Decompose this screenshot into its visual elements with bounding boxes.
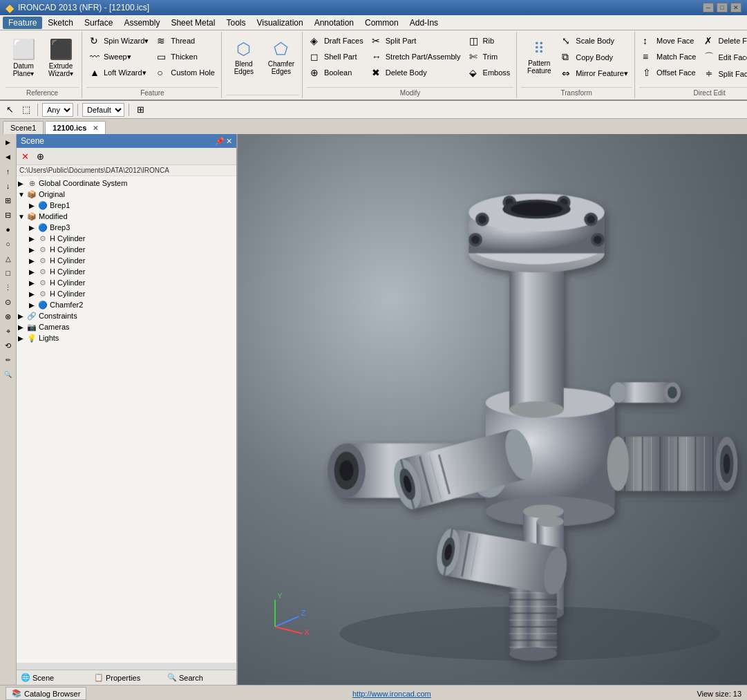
blend-edges-button[interactable]: ⬡ BlendEdges [226,33,262,82]
menu-tools[interactable]: Tools [220,17,251,29]
tree-expander[interactable]: ▶ [29,246,37,254]
tree-expander[interactable]: ▶ [18,180,26,187]
side-tool-16[interactable]: ✏ [1,353,15,367]
properties-tab-button[interactable]: 📋 Properties [90,670,163,685]
scene-add-button[interactable]: ⊕ [33,149,47,163]
side-tool-2[interactable]: ◀ [1,150,15,164]
delete-body-button[interactable]: ✖ Delete Body [368,65,464,80]
tab-12100-close[interactable]: ✕ [93,124,98,132]
emboss-button[interactable]: ⬙ Emboss [466,65,514,80]
thicken-button[interactable]: ▭ Thicken [153,49,218,64]
select-type-dropdown[interactable]: Any [42,103,73,117]
shell-part-button[interactable]: ◻ Shell Part [307,49,367,64]
scene-delete-button[interactable]: ✕ [18,149,32,163]
match-face-button[interactable]: ≡ Match Face [639,49,699,64]
pointer-tool[interactable]: ↖ [3,103,17,117]
tree-expander[interactable]: ▶ [29,257,37,265]
viewport[interactable]: Z X Y [238,134,747,685]
tree-item[interactable]: ▶🔵Chamfer2 [18,299,235,310]
thread-button[interactable]: ≋ Thread [153,33,218,48]
tree-item[interactable]: ▼📦Original [18,189,235,200]
tree-expander[interactable]: ▼ [18,191,26,198]
tree-item[interactable]: ▶⚙H Cylinder [18,255,235,266]
maximize-button[interactable]: □ [717,3,728,12]
menu-assembly[interactable]: Assembly [118,17,165,29]
side-tool-1[interactable]: ▶ [1,135,15,149]
side-tool-13[interactable]: ⊗ [1,310,15,323]
custom-hole-button[interactable]: ○ Custom Hole [153,65,218,80]
mirror-feature-button[interactable]: ⇔ Mirror Feature▾ [558,66,632,81]
side-tool-3[interactable]: ↑ [1,164,15,178]
menu-feature[interactable]: Feature [3,17,42,29]
side-tool-15[interactable]: ⟲ [1,339,15,352]
side-tool-12[interactable]: ⊙ [1,295,15,309]
tree-expander[interactable]: ▶ [29,268,37,276]
tree-item[interactable]: ▶⊕Global Coordinate System [18,178,235,189]
tree-expander[interactable]: ▶ [29,290,37,298]
tree-item[interactable]: ▶⚙H Cylinder [18,244,235,255]
tree-expander[interactable]: ▶ [18,312,26,320]
ironcad-url[interactable]: http://www.ironcad.com [352,690,431,698]
sweep-button[interactable]: 〰 Sweep▾ [86,49,152,64]
split-part-button[interactable]: ✂ Split Part [368,33,464,48]
menu-sheet-metal[interactable]: Sheet Metal [165,17,220,29]
side-tool-5[interactable]: ⊞ [1,193,15,207]
side-tool-8[interactable]: ○ [1,237,15,251]
chamfer-edges-button[interactable]: ⬠ ChamferEdges [263,33,299,82]
select-mode-dropdown[interactable]: Default [82,103,124,117]
side-tool-11[interactable]: ⋮ [1,281,15,294]
close-button[interactable]: ✕ [730,3,741,12]
minimize-button[interactable]: ─ [703,3,714,12]
rib-button[interactable]: ◫ Rib [466,33,514,48]
stretch-button[interactable]: ↔ Stretch Part/Assembly [368,49,464,64]
boolean-button[interactable]: ⊕ Boolean [307,65,367,80]
tree-expander[interactable]: ▶ [29,224,37,231]
menu-common[interactable]: Common [359,17,404,29]
split-faces-button[interactable]: ⫩ Split Faces [701,66,747,82]
tab-12100[interactable]: 12100.ics ✕ [45,121,106,134]
tree-item[interactable]: ▶⚙H Cylinder [18,266,235,277]
tree-item[interactable]: ▶⚙H Cylinder [18,288,235,299]
side-tool-17[interactable]: 🔍 [1,368,15,381]
side-tool-10[interactable]: □ [1,266,15,280]
menu-surface[interactable]: Surface [79,17,118,29]
scene-tree[interactable]: ▶⊕Global Coordinate System▼📦Original▶🔵Br… [17,176,236,663]
draft-faces-button[interactable]: ◈ Draft Faces [307,33,367,48]
tree-item[interactable]: ▶💡Lights [18,332,235,343]
tree-item[interactable]: ▶🔵Brep1 [18,200,235,211]
side-tool-4[interactable]: ↓ [1,179,15,193]
side-tool-14[interactable]: ⌖ [1,324,15,338]
scene-horizontal-scrollbar[interactable] [17,663,236,670]
titlebar-controls[interactable]: ─ □ ✕ [703,3,741,12]
tree-expander[interactable]: ▶ [18,323,26,331]
config-button[interactable]: ⊞ [133,103,147,117]
side-tool-9[interactable]: △ [1,252,15,265]
scene-close-button[interactable]: ✕ [226,137,232,146]
side-tool-7[interactable]: ● [1,223,15,236]
tree-item[interactable]: ▼📦Modified [18,211,235,222]
tree-expander[interactable]: ▶ [18,334,26,342]
tree-expander[interactable]: ▶ [29,279,37,287]
catalog-browser-button[interactable]: 📚 Catalog Browser [6,687,86,700]
trim-button[interactable]: ✄ Trim [466,49,514,64]
datum-plane-button[interactable]: ⬜ DatumPlane▾ [6,33,41,82]
spin-wizard-button[interactable]: ↻ Spin Wizard▾ [86,33,152,48]
move-face-button[interactable]: ↕ Move Face [639,33,699,48]
tree-item[interactable]: ▶🔵Brep3 [18,222,235,233]
tree-item[interactable]: ▶⚙H Cylinder [18,277,235,288]
scene-tab-button[interactable]: 🌐 Scene [17,670,90,685]
tree-expander[interactable]: ▼ [18,213,26,220]
search-tab-button[interactable]: 🔍 Search [163,670,236,685]
loft-wizard-button[interactable]: ▲ Loft Wizard▾ [86,65,152,80]
side-tool-6[interactable]: ⊟ [1,208,15,222]
menu-visualization[interactable]: Visualization [251,17,308,29]
tree-expander[interactable]: ▶ [29,235,37,243]
offset-face-button[interactable]: ⇧ Offset Face [639,65,699,80]
tree-expander[interactable]: ▶ [29,301,37,309]
scale-body-button[interactable]: ⤡ Scale Body [558,33,632,48]
tree-item[interactable]: ▶📷Cameras [18,321,235,332]
delete-face-button[interactable]: ✗ Delete Face [701,33,747,48]
pattern-feature-button[interactable]: ⠿ PatternFeature [521,33,557,82]
select-tool[interactable]: ⬚ [19,103,33,117]
scene-pin-button[interactable]: 📌 [215,137,225,146]
